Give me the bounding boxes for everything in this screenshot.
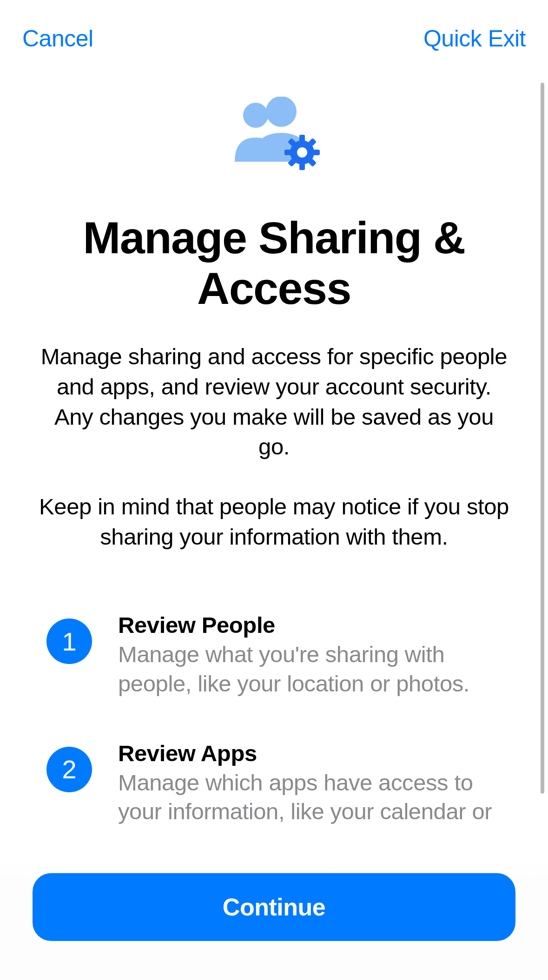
svg-rect-3 [299, 135, 305, 142]
scroll-area[interactable]: Manage Sharing & Access Manage sharing a… [0, 59, 548, 980]
continue-button[interactable]: Continue [33, 873, 515, 941]
nav-bar: Cancel Quick Exit [0, 0, 548, 59]
svg-rect-4 [299, 163, 305, 170]
people-gear-icon [221, 97, 328, 171]
page-description: Manage sharing and access for specific p… [28, 342, 520, 552]
description-paragraph-2: Keep in mind that people may notice if y… [37, 492, 511, 552]
step-review-people: 1 Review People Manage what you're shari… [46, 612, 502, 698]
step-description: Manage what you're sharing with people, … [118, 640, 502, 698]
svg-point-0 [243, 103, 268, 128]
content: Manage Sharing & Access Manage sharing a… [0, 59, 548, 826]
steps-list: 1 Review People Manage what you're shari… [28, 612, 520, 826]
step-text: Review Apps Manage which apps have acces… [118, 740, 502, 826]
step-review-apps: 2 Review Apps Manage which apps have acc… [46, 740, 502, 826]
step-description: Manage which apps have access to your in… [118, 768, 502, 826]
bottom-bar: Continue [0, 850, 548, 980]
step-title: Review Apps [118, 740, 502, 766]
svg-point-1 [266, 97, 297, 127]
cancel-button[interactable]: Cancel [22, 25, 93, 52]
page-title: Manage Sharing & Access [28, 213, 520, 314]
svg-rect-5 [284, 150, 292, 155]
step-text: Review People Manage what you're sharing… [118, 612, 502, 698]
scrollbar[interactable] [541, 83, 544, 794]
quick-exit-button[interactable]: Quick Exit [423, 25, 526, 52]
description-paragraph-1: Manage sharing and access for specific p… [37, 342, 511, 462]
step-number-badge: 1 [46, 618, 92, 664]
step-number-badge: 2 [46, 747, 92, 792]
manage-sharing-sheet: Cancel Quick Exit [0, 0, 548, 980]
svg-rect-6 [312, 150, 320, 155]
svg-point-11 [297, 147, 307, 158]
step-title: Review People [118, 612, 502, 638]
hero-icon-container [28, 59, 520, 171]
